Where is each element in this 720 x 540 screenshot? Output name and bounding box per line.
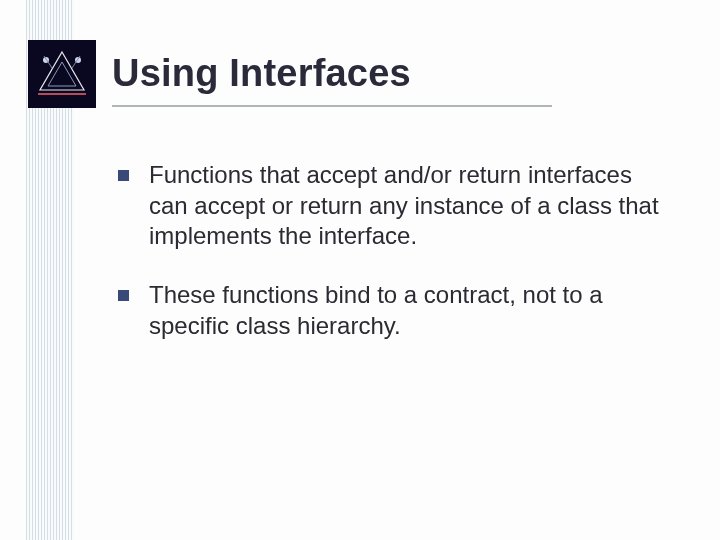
- title-underline: [112, 105, 552, 107]
- bullet-item: These functions bind to a contract, not …: [118, 280, 660, 341]
- bullet-square-icon: [118, 170, 129, 181]
- bullet-item: Functions that accept and/or return inte…: [118, 160, 660, 252]
- slide-title: Using Interfaces: [112, 52, 680, 103]
- slide-body: Functions that accept and/or return inte…: [118, 160, 660, 370]
- logo-graphic: [34, 46, 90, 102]
- title-area: Using Interfaces: [112, 52, 680, 107]
- bullet-text: Functions that accept and/or return inte…: [149, 160, 660, 252]
- bullet-square-icon: [118, 290, 129, 301]
- slide: Using Interfaces Functions that accept a…: [0, 0, 720, 540]
- course-logo: [28, 40, 96, 108]
- bullet-text: These functions bind to a contract, not …: [149, 280, 660, 341]
